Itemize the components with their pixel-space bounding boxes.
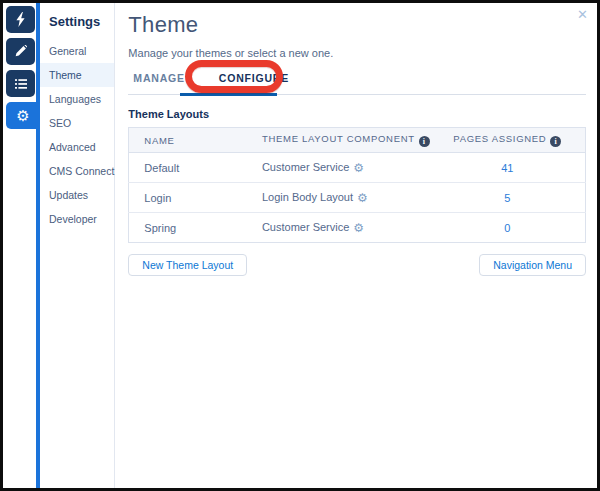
- column-header-component: THEME LAYOUT COMPONENTi: [247, 128, 430, 153]
- theme-tabs: MANAGE CONFIGURE: [128, 70, 586, 95]
- theme-name-cell: Login: [129, 183, 247, 213]
- sidebar-item-seo[interactable]: SEO: [40, 111, 114, 135]
- column-header-pages: PAGES ASSIGNEDi: [430, 128, 586, 153]
- app-window: ⚙ Settings General Theme Languages SEO A…: [0, 0, 600, 491]
- sidebar-item-updates[interactable]: Updates: [40, 183, 114, 207]
- gear-icon[interactable]: ⚙: [353, 161, 364, 175]
- pages-assigned-cell: 0: [430, 213, 586, 243]
- pages-assigned-link[interactable]: 0: [504, 222, 510, 234]
- theme-name-cell: Spring: [129, 213, 247, 243]
- tab-manage[interactable]: MANAGE: [133, 72, 184, 94]
- sidebar-item-languages[interactable]: Languages: [40, 87, 114, 111]
- list-icon: [14, 78, 28, 90]
- rail-accent-line: [36, 3, 40, 488]
- page-title: Theme: [128, 12, 586, 38]
- info-icon[interactable]: i: [550, 136, 561, 147]
- table-header-row: NAME THEME LAYOUT COMPONENTi PAGES ASSIG…: [129, 128, 586, 153]
- component-cell: Login Body Layout⚙: [247, 183, 430, 213]
- table-row: Spring Customer Service⚙ 0: [129, 213, 586, 243]
- rail-item-pages[interactable]: [6, 70, 35, 97]
- component-cell: Customer Service⚙: [247, 153, 430, 183]
- footer-actions: New Theme Layout Navigation Menu: [128, 254, 586, 276]
- gear-icon[interactable]: ⚙: [357, 191, 368, 205]
- active-tab-underline: [180, 93, 277, 96]
- rail-item-settings[interactable]: ⚙: [6, 102, 40, 129]
- rail-item-bolt[interactable]: [6, 6, 35, 33]
- sidebar-title: Settings: [40, 14, 114, 29]
- component-cell: Customer Service⚙: [247, 213, 430, 243]
- pages-assigned-cell: 5: [430, 183, 586, 213]
- close-icon[interactable]: ✕: [577, 8, 588, 21]
- tab-configure[interactable]: CONFIGURE: [219, 72, 289, 94]
- sidebar-item-theme[interactable]: Theme: [40, 63, 114, 87]
- table-row: Login Login Body Layout⚙ 5: [129, 183, 586, 213]
- navigation-menu-button[interactable]: Navigation Menu: [479, 254, 586, 276]
- sidebar-item-developer[interactable]: Developer: [40, 207, 114, 231]
- rail-item-edit[interactable]: [6, 38, 35, 65]
- section-title: Theme Layouts: [128, 108, 586, 120]
- new-theme-layout-button[interactable]: New Theme Layout: [128, 254, 247, 276]
- gear-icon[interactable]: ⚙: [353, 221, 364, 235]
- lightning-bolt-icon: [14, 12, 27, 27]
- sidebar-item-cms-connect[interactable]: CMS Connect: [40, 159, 114, 183]
- sidebar-item-advanced[interactable]: Advanced: [40, 135, 114, 159]
- pages-assigned-cell: 41: [430, 153, 586, 183]
- pencil-icon: [14, 45, 27, 58]
- gear-icon: ⚙: [16, 108, 29, 123]
- pages-assigned-link[interactable]: 5: [504, 192, 510, 204]
- theme-layouts-table: NAME THEME LAYOUT COMPONENTi PAGES ASSIG…: [128, 127, 586, 243]
- sidebar-item-general[interactable]: General: [40, 39, 114, 63]
- column-header-name: NAME: [129, 128, 247, 153]
- page-subtitle: Manage your themes or select a new one.: [128, 47, 586, 59]
- pages-assigned-link[interactable]: 41: [501, 162, 513, 174]
- theme-settings-panel: ✕ Theme Manage your themes or select a n…: [115, 3, 597, 488]
- info-icon[interactable]: i: [419, 136, 430, 147]
- builder-rail: ⚙: [3, 3, 40, 488]
- settings-sidebar: Settings General Theme Languages SEO Adv…: [40, 3, 115, 488]
- theme-name-cell: Default: [129, 153, 247, 183]
- table-row: Default Customer Service⚙ 41: [129, 153, 586, 183]
